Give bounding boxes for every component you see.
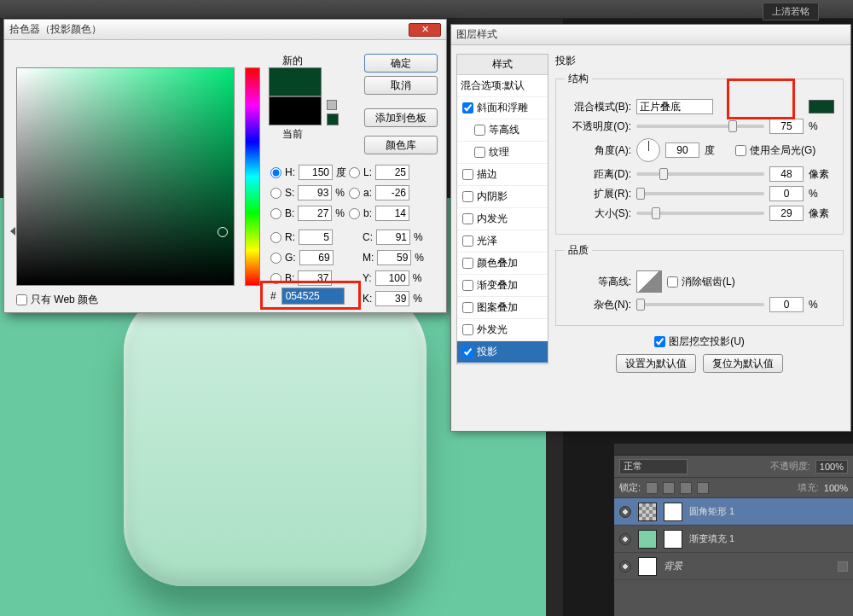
style-item-pat-overlay[interactable]: 图案叠加 (457, 297, 548, 319)
y-input[interactable] (375, 270, 409, 286)
lock-pos-icon[interactable] (680, 482, 692, 494)
noise-slider[interactable] (636, 303, 764, 306)
shadow-color-swatch[interactable] (809, 100, 834, 113)
reset-default-button[interactable]: 复位为默认值 (703, 354, 783, 373)
s-radio[interactable] (270, 188, 281, 199)
layer-mask-thumb[interactable] (664, 530, 682, 549)
current-color-label: 当前 (282, 127, 303, 142)
style-item-inner-shadow[interactable]: 内阴影 (457, 186, 548, 208)
dialog-titlebar[interactable]: 图层样式 (451, 25, 850, 45)
color-libraries-button[interactable]: 颜色库 (364, 136, 438, 154)
b-input[interactable] (298, 206, 332, 221)
structure-group: 结构 混合模式(B): 正片叠底 不透明度(O): % 角度(A): (555, 72, 844, 235)
blend-mode-select[interactable]: 正片叠底 (636, 99, 713, 114)
layer-row[interactable]: 渐变填充 1 (614, 526, 853, 553)
sv-marker[interactable] (218, 227, 228, 237)
size-input[interactable] (769, 206, 804, 221)
noise-input[interactable] (769, 297, 804, 312)
layer-name[interactable]: 渐变填充 1 (689, 532, 734, 545)
style-item-drop-shadow[interactable]: 投影 (457, 341, 548, 363)
layer-name[interactable]: 背景 (664, 560, 682, 572)
b2-input[interactable] (375, 206, 409, 221)
l-input[interactable] (375, 165, 409, 180)
style-item-stroke[interactable]: 描边 (457, 164, 548, 186)
a-radio[interactable] (349, 188, 360, 199)
c-input[interactable] (376, 230, 410, 245)
l-radio[interactable] (349, 167, 360, 178)
contour-picker[interactable] (636, 270, 662, 293)
set-default-button[interactable]: 设置为默认值 (616, 354, 696, 373)
distance-label: 距离(D): (565, 167, 631, 182)
opacity-input[interactable] (769, 119, 804, 134)
knockout-checkbox[interactable]: 图层挖空投影(U) (555, 334, 844, 349)
visibility-eye-icon[interactable] (619, 561, 631, 572)
size-slider[interactable] (636, 212, 764, 215)
global-light-checkbox[interactable]: 使用全局光(G) (735, 143, 815, 158)
layer-mask-thumb[interactable] (664, 503, 682, 521)
panel-tab-bar (614, 444, 853, 456)
distance-slider[interactable] (636, 172, 764, 176)
layer-thumb[interactable] (638, 557, 657, 576)
contour-label: 等高线: (565, 275, 631, 289)
lock-label: 锁定: (619, 481, 641, 494)
angle-dial[interactable] (636, 138, 660, 162)
lock-all-icon[interactable] (697, 482, 709, 494)
style-item-color-overlay[interactable]: 颜色叠加 (457, 253, 548, 275)
g-radio[interactable] (270, 253, 281, 264)
lock-pixels-icon[interactable] (663, 482, 675, 494)
style-item-contour[interactable]: 等高线 (457, 119, 548, 142)
layer-thumb[interactable] (638, 503, 657, 521)
spread-slider[interactable] (636, 192, 764, 195)
style-item-satin[interactable]: 光泽 (457, 230, 548, 253)
r-input[interactable] (299, 230, 333, 245)
b2-radio[interactable] (349, 208, 360, 219)
layer-thumb[interactable] (638, 530, 657, 549)
r-radio[interactable] (270, 232, 281, 243)
style-item-bevel[interactable]: 斜面和浮雕 (457, 97, 548, 119)
g-input[interactable] (299, 250, 334, 265)
k-input[interactable] (375, 291, 409, 306)
style-item-grad-overlay[interactable]: 渐变叠加 (457, 275, 548, 297)
websafe-swatch[interactable] (327, 113, 339, 125)
opacity-value[interactable]: 100% (815, 460, 848, 474)
m-input[interactable] (377, 250, 411, 265)
styles-header: 样式 (457, 55, 548, 75)
distance-input[interactable] (769, 166, 804, 182)
angle-input[interactable] (665, 142, 699, 158)
h-input[interactable] (299, 165, 333, 180)
structure-legend: 结构 (565, 72, 592, 86)
close-button[interactable]: ✕ (409, 23, 441, 37)
cancel-button[interactable]: 取消 (364, 76, 438, 95)
style-item-inner-glow[interactable]: 内发光 (457, 208, 548, 230)
dialog-titlebar[interactable]: 拾色器（投影颜色） ✕ (4, 20, 446, 40)
ok-button[interactable]: 确定 (364, 54, 438, 73)
visibility-eye-icon[interactable] (619, 533, 631, 545)
layer-style-dialog: 图层样式 样式 混合选项:默认 斜面和浮雕 等高线 纹理 描边 内阴影 内发光 … (450, 24, 851, 432)
add-to-swatches-button[interactable]: 添加到色板 (364, 108, 438, 127)
fill-value[interactable]: 100% (824, 483, 848, 493)
lock-trans-icon[interactable] (646, 482, 658, 494)
user-name: 上清若铭 (763, 3, 819, 20)
layer-name[interactable]: 圆角矩形 1 (689, 505, 734, 518)
a-input[interactable] (375, 185, 409, 200)
visibility-eye-icon[interactable] (619, 506, 631, 518)
saturation-value-field[interactable] (16, 67, 235, 286)
app-topbar: 上清若铭 (0, 0, 853, 19)
b-radio[interactable] (270, 208, 281, 219)
blend-options-item[interactable]: 混合选项:默认 (457, 75, 548, 97)
h-radio[interactable] (270, 167, 281, 178)
color-picker-dialog: 拾色器（投影颜色） ✕ 新的 当前 确定 取消 添加到色板 颜色库 H: 度 S… (3, 19, 447, 313)
layer-row[interactable]: 背景 (614, 553, 853, 580)
cube-icon[interactable] (327, 100, 337, 110)
sv-arrow-icon (10, 227, 15, 235)
spread-input[interactable] (769, 186, 804, 201)
blend-mode-select[interactable]: 正常 (619, 459, 688, 474)
hue-slider[interactable] (245, 67, 260, 286)
layer-row[interactable]: 圆角矩形 1 (614, 498, 853, 526)
antialias-checkbox[interactable]: 消除锯齿(L) (667, 275, 735, 289)
opacity-slider[interactable] (636, 125, 764, 128)
style-item-texture[interactable]: 纹理 (457, 142, 548, 164)
web-only-checkbox[interactable]: 只有 Web 颜色 (16, 293, 98, 307)
style-item-outer-glow[interactable]: 外发光 (457, 319, 548, 341)
s-input[interactable] (298, 185, 332, 200)
